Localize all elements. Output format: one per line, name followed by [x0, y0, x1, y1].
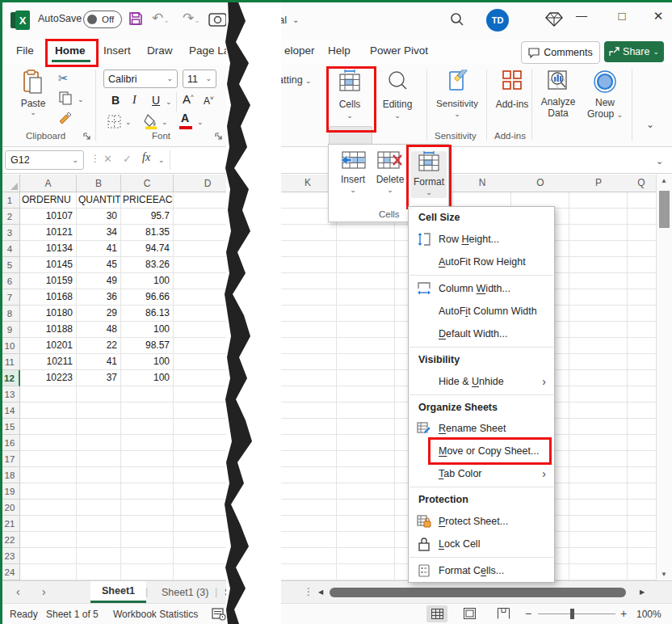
- select-all-corner[interactable]: [0, 175, 20, 192]
- cell[interactable]: 29: [77, 306, 121, 322]
- cell[interactable]: ORDERNU: [20, 192, 77, 209]
- menu-item-default-width[interactable]: Default Width...: [409, 323, 554, 345]
- vertical-scrollbar[interactable]: ▲ ▼: [656, 175, 672, 580]
- copy-chevron-icon[interactable]: ⌄: [78, 96, 84, 103]
- cell[interactable]: [121, 419, 174, 435]
- zoom-level[interactable]: 100%: [636, 609, 662, 620]
- format-painter-icon[interactable]: [58, 112, 73, 126]
- cell[interactable]: 98.57: [121, 338, 174, 354]
- font-dialog-launcher-icon[interactable]: [215, 133, 223, 141]
- cell[interactable]: 83.26: [121, 257, 174, 273]
- cell[interactable]: [77, 403, 121, 419]
- enter-icon[interactable]: ✓: [123, 153, 132, 165]
- row-header[interactable]: 19: [0, 483, 20, 500]
- row-header[interactable]: 2: [0, 209, 20, 225]
- tab-file[interactable]: File: [16, 44, 34, 57]
- cell[interactable]: 86.13: [121, 306, 174, 322]
- cell[interactable]: [77, 419, 121, 435]
- search-icon[interactable]: [449, 11, 465, 27]
- bold-button[interactable]: B: [111, 94, 120, 107]
- next-sheet-icon[interactable]: ›: [42, 585, 46, 598]
- cell[interactable]: [77, 532, 121, 548]
- hscroll-right-icon[interactable]: ▶: [640, 588, 645, 596]
- cell[interactable]: 48: [77, 322, 121, 338]
- cell[interactable]: [77, 548, 121, 564]
- row-header[interactable]: 13: [0, 386, 20, 403]
- cell[interactable]: [20, 386, 77, 403]
- cell[interactable]: 100: [121, 354, 174, 370]
- row-header[interactable]: 15: [0, 419, 20, 435]
- share-button[interactable]: Share ⌄: [604, 41, 664, 62]
- row-header[interactable]: 12: [0, 370, 20, 386]
- cell[interactable]: 10168: [20, 289, 77, 306]
- status-workbook-stats[interactable]: Workbook Statistics: [113, 609, 198, 620]
- menu-item-tab-color[interactable]: Tab Color›: [409, 462, 554, 485]
- cell[interactable]: 100: [121, 273, 174, 289]
- cell[interactable]: 95.7: [121, 209, 174, 225]
- cell[interactable]: [77, 435, 121, 451]
- cell[interactable]: 10180: [20, 306, 77, 322]
- conditional-formatting-remnant[interactable]: atting ⌄: [278, 74, 312, 86]
- cell[interactable]: QUANTITY: [77, 192, 121, 209]
- cell[interactable]: [121, 564, 174, 580]
- row-header[interactable]: 5: [0, 257, 20, 273]
- cell[interactable]: 81.35: [121, 225, 174, 241]
- format-cells-button[interactable]: Format ⌄: [411, 151, 447, 198]
- col-header-c[interactable]: C: [121, 175, 174, 192]
- name-box[interactable]: G12 ⌄: [5, 150, 84, 170]
- cell[interactable]: 34: [77, 225, 121, 241]
- cell[interactable]: 10188: [20, 322, 77, 338]
- col-header-p[interactable]: P: [595, 177, 602, 188]
- tab-draw[interactable]: Draw: [147, 44, 173, 57]
- tab-help[interactable]: Help: [328, 44, 351, 57]
- row-header[interactable]: 7: [0, 289, 20, 306]
- normal-view-button[interactable]: [426, 605, 447, 622]
- tab-home[interactable]: Home: [55, 44, 86, 57]
- scroll-up-icon[interactable]: ▲: [661, 177, 667, 184]
- cell[interactable]: [77, 500, 121, 516]
- cell[interactable]: [20, 532, 77, 548]
- clipboard-dialog-launcher-icon[interactable]: [83, 133, 91, 141]
- minimize-button[interactable]: —: [568, 9, 595, 30]
- cell[interactable]: 37: [77, 370, 121, 386]
- row-header[interactable]: 10: [0, 338, 20, 354]
- menu-item-lock-cell[interactable]: Lock Cell: [409, 533, 554, 555]
- row-header[interactable]: 3: [0, 225, 20, 241]
- borders-icon[interactable]: [107, 115, 121, 129]
- menu-item-column-width[interactable]: Column Width...: [409, 277, 554, 300]
- cell[interactable]: 100: [121, 322, 174, 338]
- menu-item-autofit-row-height[interactable]: AutoFit Row Height: [409, 251, 554, 273]
- cell[interactable]: [77, 451, 121, 467]
- insert-cells-button[interactable]: Insert ⌄: [335, 151, 371, 194]
- scroll-down-icon[interactable]: ▼: [661, 571, 667, 578]
- cell[interactable]: 94.74: [121, 241, 174, 257]
- sensitivity-button[interactable]: Sensitivity ⌄: [433, 70, 481, 118]
- cell[interactable]: 10134: [20, 241, 77, 257]
- hscroll-left-icon[interactable]: ◀: [318, 588, 323, 596]
- status-sheet-info[interactable]: Sheet 1 of 5: [46, 609, 99, 620]
- cell[interactable]: 96.66: [121, 289, 174, 306]
- maximize-button[interactable]: □: [608, 9, 636, 30]
- cell[interactable]: 22: [77, 338, 121, 354]
- page-layout-view-icon[interactable]: [464, 608, 476, 619]
- row-header[interactable]: 18: [0, 467, 20, 483]
- cell[interactable]: [20, 435, 77, 451]
- cell[interactable]: [121, 435, 174, 451]
- row-header[interactable]: 24: [0, 564, 20, 580]
- borders-chevron-icon[interactable]: ⌄: [125, 119, 132, 126]
- cell[interactable]: [77, 564, 121, 580]
- fx-chevron-icon[interactable]: ⌄: [158, 157, 165, 164]
- paste-button[interactable]: Paste ⌄: [15, 70, 52, 116]
- cell[interactable]: 45: [77, 257, 121, 273]
- increase-font-button[interactable]: A^: [183, 92, 194, 106]
- cell[interactable]: 10121: [20, 225, 77, 241]
- row-header[interactable]: 6: [0, 273, 20, 289]
- cell[interactable]: 10159: [20, 273, 77, 289]
- cell[interactable]: 41: [77, 241, 121, 257]
- vscroll-thumb[interactable]: [659, 191, 670, 228]
- cell[interactable]: [121, 386, 174, 403]
- analyze-data-button[interactable]: Analyze Data: [535, 70, 582, 119]
- row-header[interactable]: 21: [0, 516, 20, 532]
- formula-bar-handle[interactable]: ⋮: [90, 153, 100, 164]
- cell[interactable]: 49: [77, 273, 121, 289]
